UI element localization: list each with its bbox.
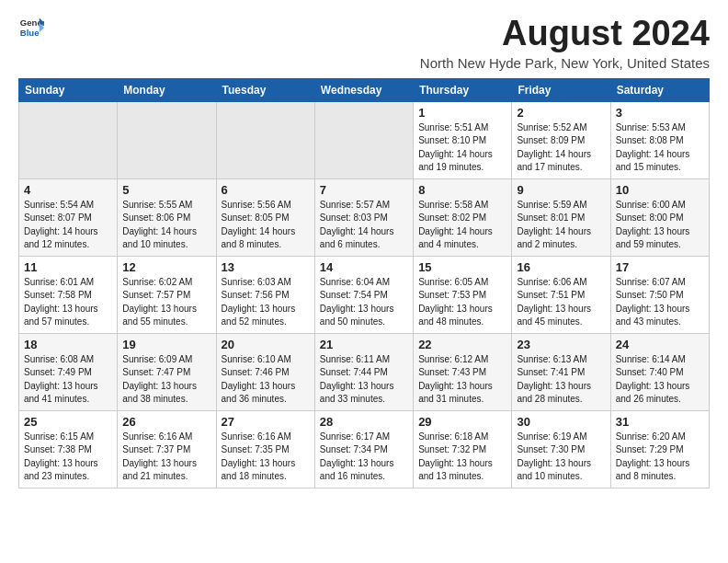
cell-content: Sunrise: 6:13 AM Sunset: 7:41 PM Dayligh… bbox=[517, 353, 605, 407]
subtitle: North New Hyde Park, New York, United St… bbox=[420, 55, 710, 71]
calendar-cell: 31Sunrise: 6:20 AM Sunset: 7:29 PM Dayli… bbox=[610, 410, 709, 488]
cell-content: Sunrise: 5:58 AM Sunset: 8:02 PM Dayligh… bbox=[418, 199, 506, 252]
calendar-cell: 13Sunrise: 6:03 AM Sunset: 7:56 PM Dayli… bbox=[216, 256, 314, 333]
calendar-cell: 28Sunrise: 6:17 AM Sunset: 7:34 PM Dayli… bbox=[314, 410, 413, 488]
calendar-cell: 30Sunrise: 6:19 AM Sunset: 7:30 PM Dayli… bbox=[512, 410, 610, 488]
day-number: 3 bbox=[616, 106, 704, 120]
day-number: 12 bbox=[122, 260, 210, 274]
cell-content: Sunrise: 6:03 AM Sunset: 7:56 PM Dayligh… bbox=[222, 276, 310, 329]
cell-content: Sunrise: 5:52 AM Sunset: 8:09 PM Dayligh… bbox=[517, 121, 605, 175]
day-number: 1 bbox=[418, 106, 506, 120]
cell-content: Sunrise: 6:18 AM Sunset: 7:32 PM Dayligh… bbox=[418, 431, 506, 484]
calendar-cell: 22Sunrise: 6:12 AM Sunset: 7:43 PM Dayli… bbox=[414, 333, 512, 410]
cell-content: Sunrise: 6:08 AM Sunset: 7:49 PM Dayligh… bbox=[24, 353, 112, 407]
calendar-cell: 10Sunrise: 6:00 AM Sunset: 8:00 PM Dayli… bbox=[610, 178, 709, 256]
day-number: 2 bbox=[517, 106, 605, 120]
day-number: 8 bbox=[418, 183, 506, 197]
day-number: 17 bbox=[616, 260, 704, 274]
day-number: 28 bbox=[320, 415, 408, 429]
day-number: 20 bbox=[222, 338, 310, 351]
cell-content: Sunrise: 6:02 AM Sunset: 7:57 PM Dayligh… bbox=[122, 276, 210, 329]
logo-icon: General Blue bbox=[18, 15, 44, 40]
cell-content: Sunrise: 5:51 AM Sunset: 8:10 PM Dayligh… bbox=[418, 121, 506, 175]
cell-content: Sunrise: 6:00 AM Sunset: 8:00 PM Dayligh… bbox=[616, 199, 704, 252]
day-number: 25 bbox=[24, 415, 112, 429]
cell-content: Sunrise: 6:09 AM Sunset: 7:47 PM Dayligh… bbox=[122, 353, 210, 407]
cell-content: Sunrise: 5:55 AM Sunset: 8:06 PM Dayligh… bbox=[122, 199, 210, 252]
day-header-friday: Friday bbox=[512, 78, 610, 101]
calendar-cell: 7Sunrise: 5:57 AM Sunset: 8:03 PM Daylig… bbox=[314, 178, 413, 256]
cell-content: Sunrise: 6:10 AM Sunset: 7:46 PM Dayligh… bbox=[222, 353, 310, 407]
calendar-cell: 2Sunrise: 5:52 AM Sunset: 8:09 PM Daylig… bbox=[512, 101, 610, 178]
day-number: 10 bbox=[616, 183, 704, 197]
calendar-cell: 26Sunrise: 6:16 AM Sunset: 7:37 PM Dayli… bbox=[118, 410, 216, 488]
calendar-week-1: 1Sunrise: 5:51 AM Sunset: 8:10 PM Daylig… bbox=[19, 101, 710, 178]
day-number: 27 bbox=[222, 415, 310, 429]
cell-content: Sunrise: 5:53 AM Sunset: 8:08 PM Dayligh… bbox=[616, 121, 704, 175]
day-number: 31 bbox=[616, 415, 704, 429]
calendar-cell: 5Sunrise: 5:55 AM Sunset: 8:06 PM Daylig… bbox=[118, 178, 216, 256]
calendar-header: SundayMondayTuesdayWednesdayThursdayFrid… bbox=[19, 78, 710, 101]
calendar-cell: 29Sunrise: 6:18 AM Sunset: 7:32 PM Dayli… bbox=[414, 410, 512, 488]
day-number: 18 bbox=[24, 338, 112, 351]
calendar-week-3: 11Sunrise: 6:01 AM Sunset: 7:58 PM Dayli… bbox=[19, 256, 710, 333]
calendar-cell: 25Sunrise: 6:15 AM Sunset: 7:38 PM Dayli… bbox=[19, 410, 118, 488]
cell-content: Sunrise: 6:19 AM Sunset: 7:30 PM Dayligh… bbox=[517, 431, 605, 484]
cell-content: Sunrise: 6:06 AM Sunset: 7:51 PM Dayligh… bbox=[517, 276, 605, 329]
day-number: 7 bbox=[320, 183, 408, 197]
day-header-sunday: Sunday bbox=[19, 78, 118, 101]
cell-content: Sunrise: 6:04 AM Sunset: 7:54 PM Dayligh… bbox=[320, 276, 408, 329]
day-number: 21 bbox=[320, 338, 408, 351]
cell-content: Sunrise: 6:01 AM Sunset: 7:58 PM Dayligh… bbox=[24, 276, 112, 329]
calendar-week-4: 18Sunrise: 6:08 AM Sunset: 7:49 PM Dayli… bbox=[19, 333, 710, 410]
day-number: 19 bbox=[122, 338, 210, 351]
day-header-tuesday: Tuesday bbox=[216, 78, 314, 101]
day-number: 22 bbox=[418, 338, 506, 351]
day-header-wednesday: Wednesday bbox=[314, 78, 413, 101]
day-number: 11 bbox=[24, 260, 112, 274]
calendar-cell: 24Sunrise: 6:14 AM Sunset: 7:40 PM Dayli… bbox=[610, 333, 709, 410]
calendar-cell: 12Sunrise: 6:02 AM Sunset: 7:57 PM Dayli… bbox=[118, 256, 216, 333]
day-number: 15 bbox=[418, 260, 506, 274]
calendar-cell: 19Sunrise: 6:09 AM Sunset: 7:47 PM Dayli… bbox=[118, 333, 216, 410]
days-of-week-row: SundayMondayTuesdayWednesdayThursdayFrid… bbox=[19, 78, 710, 101]
day-number: 26 bbox=[122, 415, 210, 429]
calendar-cell bbox=[314, 101, 413, 178]
calendar-cell bbox=[216, 101, 314, 178]
day-header-thursday: Thursday bbox=[414, 78, 512, 101]
calendar-week-2: 4Sunrise: 5:54 AM Sunset: 8:07 PM Daylig… bbox=[19, 178, 710, 256]
calendar-cell: 14Sunrise: 6:04 AM Sunset: 7:54 PM Dayli… bbox=[314, 256, 413, 333]
calendar-body: 1Sunrise: 5:51 AM Sunset: 8:10 PM Daylig… bbox=[19, 101, 710, 488]
title-section: August 2024 North New Hyde Park, New Yor… bbox=[420, 15, 710, 71]
calendar-cell: 4Sunrise: 5:54 AM Sunset: 8:07 PM Daylig… bbox=[19, 178, 118, 256]
calendar-cell: 27Sunrise: 6:16 AM Sunset: 7:35 PM Dayli… bbox=[216, 410, 314, 488]
cell-content: Sunrise: 5:59 AM Sunset: 8:01 PM Dayligh… bbox=[517, 199, 605, 252]
main-title: August 2024 bbox=[420, 15, 710, 53]
day-number: 6 bbox=[222, 183, 310, 197]
calendar-cell: 6Sunrise: 5:56 AM Sunset: 8:05 PM Daylig… bbox=[216, 178, 314, 256]
calendar-cell bbox=[118, 101, 216, 178]
calendar-cell: 11Sunrise: 6:01 AM Sunset: 7:58 PM Dayli… bbox=[19, 256, 118, 333]
logo: General Blue bbox=[18, 15, 44, 40]
cell-content: Sunrise: 6:16 AM Sunset: 7:35 PM Dayligh… bbox=[222, 431, 310, 484]
cell-content: Sunrise: 6:07 AM Sunset: 7:50 PM Dayligh… bbox=[616, 276, 704, 329]
cell-content: Sunrise: 6:16 AM Sunset: 7:37 PM Dayligh… bbox=[122, 431, 210, 484]
calendar-cell: 3Sunrise: 5:53 AM Sunset: 8:08 PM Daylig… bbox=[610, 101, 709, 178]
calendar-cell: 17Sunrise: 6:07 AM Sunset: 7:50 PM Dayli… bbox=[610, 256, 709, 333]
day-number: 14 bbox=[320, 260, 408, 274]
day-number: 9 bbox=[517, 183, 605, 197]
day-number: 24 bbox=[616, 338, 704, 351]
cell-content: Sunrise: 6:05 AM Sunset: 7:53 PM Dayligh… bbox=[418, 276, 506, 329]
cell-content: Sunrise: 6:12 AM Sunset: 7:43 PM Dayligh… bbox=[418, 353, 506, 407]
cell-content: Sunrise: 6:11 AM Sunset: 7:44 PM Dayligh… bbox=[320, 353, 408, 407]
day-number: 29 bbox=[418, 415, 506, 429]
day-number: 4 bbox=[24, 183, 112, 197]
calendar-cell: 16Sunrise: 6:06 AM Sunset: 7:51 PM Dayli… bbox=[512, 256, 610, 333]
cell-content: Sunrise: 5:56 AM Sunset: 8:05 PM Dayligh… bbox=[222, 199, 310, 252]
cell-content: Sunrise: 6:17 AM Sunset: 7:34 PM Dayligh… bbox=[320, 431, 408, 484]
day-number: 16 bbox=[517, 260, 605, 274]
calendar-cell: 21Sunrise: 6:11 AM Sunset: 7:44 PM Dayli… bbox=[314, 333, 413, 410]
calendar-cell: 18Sunrise: 6:08 AM Sunset: 7:49 PM Dayli… bbox=[19, 333, 118, 410]
svg-text:Blue: Blue bbox=[20, 28, 40, 38]
cell-content: Sunrise: 5:57 AM Sunset: 8:03 PM Dayligh… bbox=[320, 199, 408, 252]
